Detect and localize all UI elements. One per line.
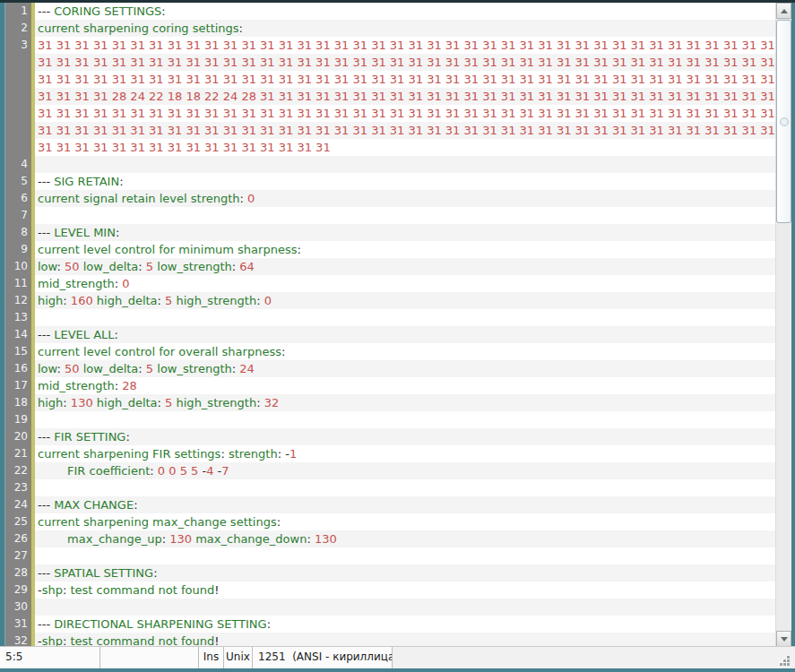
line-number[interactable]: 24 (5, 496, 30, 513)
editor-row[interactable]: 17mid_strength: 28 (5, 377, 775, 394)
line-number[interactable]: 22 (5, 462, 30, 479)
editor-row[interactable]: 25current sharpening max_change settings… (5, 513, 775, 530)
line-number[interactable]: 17 (5, 377, 30, 394)
line-text[interactable]: mid_strength: 0 (35, 275, 775, 292)
line-number[interactable]: 10 (5, 258, 30, 275)
line-number[interactable] (5, 71, 30, 88)
line-text[interactable]: --- SPATIAL SETTING: (35, 564, 775, 582)
line-text[interactable] (35, 547, 775, 564)
line-text[interactable] (35, 411, 775, 428)
editor-row[interactable]: 26 max_change_up: 130 max_change_down: 1… (5, 530, 775, 547)
line-number[interactable]: 25 (5, 513, 30, 530)
editor-row[interactable]: 22 FIR coefficient: 0 0 5 5 -4 -7 (5, 462, 775, 479)
scrollbar-thumb[interactable] (776, 20, 791, 223)
line-number[interactable]: 28 (5, 564, 30, 582)
line-text[interactable]: 31 31 31 31 31 31 31 31 31 31 31 31 31 3… (35, 105, 775, 122)
line-text[interactable]: mid_strength: 28 (35, 377, 775, 394)
line-number[interactable]: 21 (5, 445, 30, 462)
editor-row[interactable]: 31 31 31 31 31 31 31 31 31 31 31 31 31 3… (5, 122, 775, 139)
editor-row[interactable]: 23 (5, 479, 775, 496)
line-text[interactable]: current level control for overall sharpn… (35, 343, 775, 360)
line-text[interactable] (35, 309, 775, 326)
line-number[interactable]: 9 (5, 241, 30, 258)
line-text[interactable]: --- MAX CHANGE: (35, 496, 775, 513)
line-text[interactable]: --- FIR SETTING: (35, 428, 775, 445)
line-text[interactable]: 31 31 31 31 31 31 31 31 31 31 31 31 31 3… (35, 139, 775, 156)
line-text[interactable]: current level control for minimum sharpn… (35, 241, 775, 258)
line-number[interactable]: 1 (5, 3, 30, 20)
line-number[interactable]: 32 (5, 633, 30, 647)
line-number[interactable]: 30 (5, 599, 30, 616)
line-number[interactable] (5, 105, 30, 122)
line-text[interactable]: low: 50 low_delta: 5 low_strength: 24 (35, 360, 775, 377)
editor-row[interactable]: 32-shp: test command not found! (5, 633, 775, 647)
line-number[interactable]: 12 (5, 292, 30, 309)
line-number[interactable]: 7 (5, 207, 30, 224)
editor-row[interactable]: 7 (5, 207, 775, 224)
line-text[interactable]: 31 31 31 31 31 31 31 31 31 31 31 31 31 3… (35, 71, 775, 88)
scroll-up-button[interactable] (776, 3, 791, 19)
status-encoding[interactable]: 1251 (ANSI - кириллица) (253, 647, 393, 668)
line-text[interactable]: high: 160 high_delta: 5 high_strength: 0 (35, 292, 775, 309)
line-text[interactable]: -shp: test command not found! (35, 582, 775, 599)
line-number[interactable]: 4 (5, 156, 30, 173)
editor-row[interactable]: 4 (5, 156, 775, 173)
line-text[interactable]: current sharpening FIR settings: strengt… (35, 445, 775, 462)
line-text[interactable]: 31 31 31 31 31 31 31 31 31 31 31 31 31 3… (35, 54, 775, 71)
editor-row[interactable]: 14--- LEVEL ALL: (5, 326, 775, 343)
editor-row[interactable]: 29-shp: test command not found! (5, 582, 775, 599)
line-number[interactable]: 23 (5, 479, 30, 496)
editor-row[interactable]: 5--- SIG RETAIN: (5, 173, 775, 190)
editor-row[interactable]: 21current sharpening FIR settings: stren… (5, 445, 775, 462)
line-text[interactable]: 31 31 31 31 31 31 31 31 31 31 31 31 31 3… (35, 37, 775, 54)
line-number[interactable]: 2 (5, 20, 30, 37)
line-number[interactable]: 29 (5, 582, 30, 599)
line-number[interactable]: 19 (5, 411, 30, 428)
line-number[interactable] (5, 122, 30, 139)
editor-row[interactable]: 31 31 31 31 31 31 31 31 31 31 31 31 31 3… (5, 71, 775, 88)
editor-row[interactable]: 30 (5, 599, 775, 616)
editor-row[interactable]: 31 31 31 31 31 31 31 31 31 31 31 31 31 3… (5, 54, 775, 71)
line-text[interactable]: --- LEVEL MIN: (35, 224, 775, 241)
line-text[interactable]: current signal retain level strength: 0 (35, 190, 775, 207)
line-number[interactable] (5, 88, 30, 105)
line-text[interactable]: --- CORING SETTINGS: (35, 3, 775, 20)
line-number[interactable]: 26 (5, 530, 30, 547)
line-number[interactable]: 15 (5, 343, 30, 360)
editor-row[interactable]: 31 31 31 31 31 31 31 31 31 31 31 31 31 3… (5, 105, 775, 122)
line-number[interactable]: 6 (5, 190, 30, 207)
editor-row[interactable]: 8--- LEVEL MIN: (5, 224, 775, 241)
vertical-scrollbar[interactable] (775, 3, 791, 647)
line-number[interactable]: 20 (5, 428, 30, 445)
line-number[interactable] (5, 139, 30, 156)
editor-row[interactable]: 9current level control for minimum sharp… (5, 241, 775, 258)
editor-row[interactable]: 31 31 31 31 28 24 22 18 18 22 24 28 31 3… (5, 88, 775, 105)
editor-row[interactable]: 11mid_strength: 0 (5, 275, 775, 292)
status-line-ending[interactable]: Unix (224, 647, 253, 668)
line-text[interactable]: --- DIRECTIONAL SHARPENING SETTING: (35, 616, 775, 633)
line-number[interactable]: 3 (5, 37, 30, 54)
line-text[interactable] (35, 207, 775, 224)
editor-row[interactable]: 19 (5, 411, 775, 428)
editor-row[interactable]: 20--- FIR SETTING: (5, 428, 775, 445)
scrollbar-track[interactable] (776, 19, 791, 631)
line-text[interactable]: --- SIG RETAIN: (35, 173, 775, 190)
editor-row[interactable]: 2current sharpening coring settings: (5, 20, 775, 37)
editor-row[interactable]: 24--- MAX CHANGE: (5, 496, 775, 513)
status-insert-mode[interactable]: Ins (199, 647, 224, 668)
line-number[interactable]: 8 (5, 224, 30, 241)
resize-grip-icon[interactable] (775, 651, 790, 666)
editor-row[interactable]: 1--- CORING SETTINGS: (5, 3, 775, 20)
scroll-down-button[interactable] (776, 631, 791, 647)
editor-row[interactable]: 27 (5, 547, 775, 564)
line-number[interactable]: 14 (5, 326, 30, 343)
line-text[interactable]: current sharpening coring settings: (35, 20, 775, 37)
editor-row[interactable]: 31 31 31 31 31 31 31 31 31 31 31 31 31 3… (5, 139, 775, 156)
editor-row[interactable]: 13 (5, 309, 775, 326)
editor-row[interactable]: 18high: 130 high_delta: 5 high_strength:… (5, 394, 775, 411)
line-text[interactable] (35, 156, 775, 173)
line-text[interactable]: -shp: test command not found! (35, 633, 775, 647)
editor-row[interactable]: 31--- DIRECTIONAL SHARPENING SETTING: (5, 616, 775, 633)
line-number[interactable]: 18 (5, 394, 30, 411)
line-text[interactable] (35, 599, 775, 616)
